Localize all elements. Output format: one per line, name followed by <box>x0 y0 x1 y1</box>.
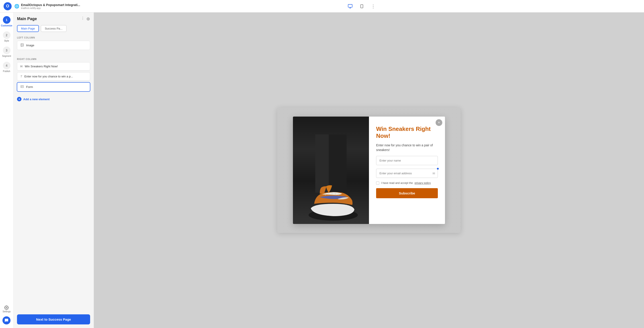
mobile-view-button[interactable] <box>359 3 365 10</box>
popup-subtitle: Enter now for you chance to win a pair o… <box>376 143 438 152</box>
panel-title: Main Page <box>17 17 37 21</box>
headline-label: Win Sneakers Right Now! <box>24 65 58 68</box>
svg-rect-0 <box>348 4 352 7</box>
email-dot-indicator <box>437 168 439 170</box>
popup-close-button[interactable]: × <box>436 119 442 126</box>
email-icon: ✉ <box>432 172 435 175</box>
form-element[interactable]: Form <box>17 82 90 92</box>
step-2-label: Style <box>4 40 9 42</box>
email-input[interactable] <box>376 169 438 178</box>
form-icon <box>20 85 24 89</box>
more-dots-icon: ⋮ <box>371 4 376 9</box>
step-2-style[interactable]: 2 Style <box>0 30 13 44</box>
close-icon: × <box>438 121 440 125</box>
desktop-view-button[interactable] <box>347 3 354 10</box>
settings-button[interactable]: Settings <box>2 305 10 313</box>
heading-icon: H <box>20 65 22 68</box>
step-3-segment[interactable]: 3 Segment <box>0 45 13 59</box>
tab-success-page[interactable]: Success Pa... <box>41 25 66 32</box>
more-options-button[interactable]: ⋮ <box>370 3 376 10</box>
svg-rect-8 <box>21 86 24 88</box>
panel-add-icon[interactable]: ⊕ <box>86 16 90 22</box>
left-column-label: LEFT COLUMN <box>17 37 90 39</box>
step-sidebar: 1 Customize 2 Style 3 Segment 4 Publish <box>0 13 14 328</box>
step-4-circle: 4 <box>3 62 10 69</box>
sneaker-image <box>293 117 369 224</box>
right-column-label: RIGHT COLUMN <box>17 58 90 60</box>
step-2-circle: 2 <box>3 31 10 39</box>
step-3-circle: 3 <box>3 47 10 54</box>
add-element-label: Add a new element <box>23 98 50 101</box>
preview-area: × <box>94 13 644 328</box>
image-label: Image <box>26 44 34 47</box>
add-icon: + <box>17 97 22 101</box>
text-icon: T <box>20 75 22 78</box>
topbar-center: ⋮ <box>83 3 640 10</box>
site-title: EmailOctopus & Popupsmart Integrati... <box>21 3 80 7</box>
step-1-customize[interactable]: 1 Customize <box>0 14 13 29</box>
popup-image-column <box>293 117 369 224</box>
globe-icon: 🌐 <box>14 4 19 9</box>
settings-label: Settings <box>2 310 10 313</box>
privacy-row: I have read and accept the privacy polic… <box>376 181 438 185</box>
add-element-btn[interactable]: + Add a new element <box>17 97 90 101</box>
form-label: Form <box>26 85 33 89</box>
privacy-link[interactable]: privacy policy <box>414 181 431 185</box>
headline-element[interactable]: H Win Sneakers Right Now! <box>17 62 90 71</box>
panel-more-icon[interactable]: ⋮ <box>81 16 84 22</box>
subscribe-button[interactable]: Subscribe <box>376 188 438 198</box>
email-input-wrapper: ✉ <box>376 169 438 178</box>
name-input[interactable] <box>376 156 438 165</box>
step-4-publish[interactable]: 4 Publish <box>0 60 13 74</box>
text-label: Enter now for you chance to win a p... <box>24 75 73 78</box>
privacy-checkbox[interactable] <box>376 181 379 185</box>
svg-point-5 <box>6 307 7 308</box>
app-logo[interactable]: O <box>4 2 12 10</box>
site-url: trialfirst.netlify.app <box>21 7 80 10</box>
main-layout: 1 Customize 2 Style 3 Segment 4 Publish <box>0 13 644 328</box>
next-to-success-button[interactable]: Next to Success Page <box>17 314 90 324</box>
svg-rect-12 <box>329 134 346 193</box>
panel-header: Main Page ⋮ ⊕ <box>17 16 90 22</box>
popup-headline: Win Sneakers Right Now! <box>376 126 438 139</box>
popup-wrapper: × <box>277 108 461 233</box>
svg-point-7 <box>22 44 22 45</box>
customize-panel: Main Page ⋮ ⊕ Main Page Success Pa... LE… <box>14 13 94 328</box>
popup-modal: × <box>293 117 445 224</box>
topbar: O 🌐 EmailOctopus & Popupsmart Integrati.… <box>0 0 644 13</box>
step-1-label: Customize <box>1 24 12 27</box>
strip-bottom: Settings <box>2 305 10 324</box>
chat-button[interactable] <box>2 316 10 324</box>
tab-main-page[interactable]: Main Page <box>17 25 39 32</box>
image-element[interactable]: Image <box>17 41 90 50</box>
step-3-label: Segment <box>2 55 11 57</box>
site-info: 🌐 EmailOctopus & Popupsmart Integrati...… <box>14 3 80 10</box>
step-1-circle: 1 <box>3 16 10 24</box>
text-element[interactable]: T Enter now for you chance to win a p... <box>17 72 90 81</box>
privacy-text: I have read and accept the <box>381 181 413 185</box>
panel-header-icons[interactable]: ⋮ ⊕ <box>81 16 90 22</box>
add-element-section: + Add a new element <box>17 97 90 106</box>
image-icon <box>20 43 24 48</box>
step-4-label: Publish <box>3 70 10 73</box>
page-tabs: Main Page Success Pa... <box>17 25 90 32</box>
popup-content-column: Win Sneakers Right Now! Enter now for yo… <box>369 117 445 224</box>
